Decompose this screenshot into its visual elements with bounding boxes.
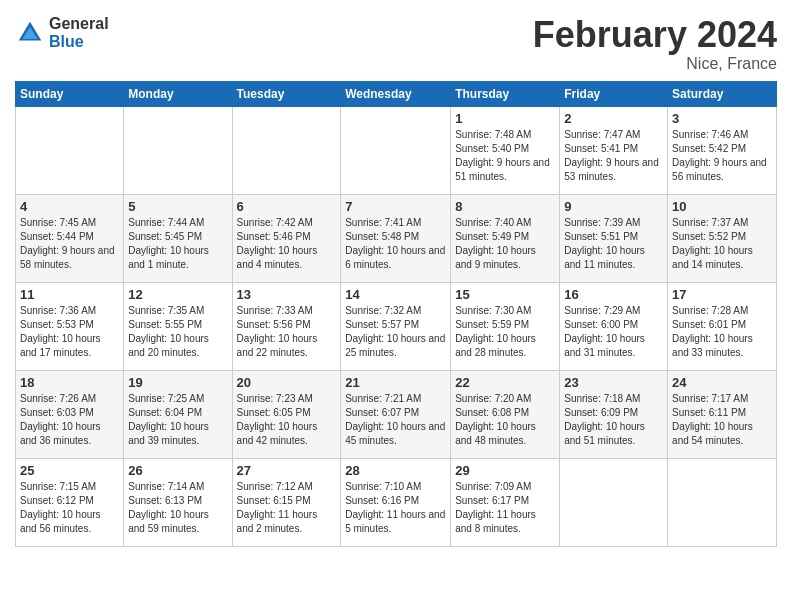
calendar-cell: 29Sunrise: 7:09 AM Sunset: 6:17 PM Dayli… <box>451 458 560 546</box>
calendar-cell: 15Sunrise: 7:30 AM Sunset: 5:59 PM Dayli… <box>451 282 560 370</box>
calendar-cell: 25Sunrise: 7:15 AM Sunset: 6:12 PM Dayli… <box>16 458 124 546</box>
day-info: Sunrise: 7:30 AM Sunset: 5:59 PM Dayligh… <box>455 304 555 360</box>
calendar-cell: 6Sunrise: 7:42 AM Sunset: 5:46 PM Daylig… <box>232 194 341 282</box>
day-number: 8 <box>455 199 555 214</box>
day-info: Sunrise: 7:17 AM Sunset: 6:11 PM Dayligh… <box>672 392 772 448</box>
calendar-cell <box>16 106 124 194</box>
day-number: 10 <box>672 199 772 214</box>
calendar-cell <box>341 106 451 194</box>
day-info: Sunrise: 7:35 AM Sunset: 5:55 PM Dayligh… <box>128 304 227 360</box>
day-info: Sunrise: 7:21 AM Sunset: 6:07 PM Dayligh… <box>345 392 446 448</box>
calendar-header-friday: Friday <box>560 81 668 106</box>
calendar-week-row: 4Sunrise: 7:45 AM Sunset: 5:44 PM Daylig… <box>16 194 777 282</box>
calendar-header-tuesday: Tuesday <box>232 81 341 106</box>
logo-blue-text: Blue <box>49 33 109 51</box>
title-area: February 2024 Nice, France <box>533 15 777 73</box>
day-number: 20 <box>237 375 337 390</box>
header: General Blue February 2024 Nice, France <box>15 15 777 73</box>
day-number: 17 <box>672 287 772 302</box>
calendar-cell: 28Sunrise: 7:10 AM Sunset: 6:16 PM Dayli… <box>341 458 451 546</box>
day-info: Sunrise: 7:41 AM Sunset: 5:48 PM Dayligh… <box>345 216 446 272</box>
calendar-cell: 9Sunrise: 7:39 AM Sunset: 5:51 PM Daylig… <box>560 194 668 282</box>
day-number: 23 <box>564 375 663 390</box>
day-info: Sunrise: 7:14 AM Sunset: 6:13 PM Dayligh… <box>128 480 227 536</box>
page: General Blue February 2024 Nice, France … <box>0 0 792 612</box>
calendar-table: SundayMondayTuesdayWednesdayThursdayFrid… <box>15 81 777 547</box>
day-number: 5 <box>128 199 227 214</box>
day-number: 13 <box>237 287 337 302</box>
day-info: Sunrise: 7:20 AM Sunset: 6:08 PM Dayligh… <box>455 392 555 448</box>
calendar-week-row: 1Sunrise: 7:48 AM Sunset: 5:40 PM Daylig… <box>16 106 777 194</box>
month-title: February 2024 <box>533 15 777 55</box>
day-info: Sunrise: 7:42 AM Sunset: 5:46 PM Dayligh… <box>237 216 337 272</box>
calendar-week-row: 25Sunrise: 7:15 AM Sunset: 6:12 PM Dayli… <box>16 458 777 546</box>
logo-general-text: General <box>49 15 109 33</box>
calendar-week-row: 18Sunrise: 7:26 AM Sunset: 6:03 PM Dayli… <box>16 370 777 458</box>
day-info: Sunrise: 7:45 AM Sunset: 5:44 PM Dayligh… <box>20 216 119 272</box>
day-info: Sunrise: 7:26 AM Sunset: 6:03 PM Dayligh… <box>20 392 119 448</box>
calendar-header-sunday: Sunday <box>16 81 124 106</box>
day-info: Sunrise: 7:40 AM Sunset: 5:49 PM Dayligh… <box>455 216 555 272</box>
calendar-header-thursday: Thursday <box>451 81 560 106</box>
day-number: 9 <box>564 199 663 214</box>
calendar-cell: 8Sunrise: 7:40 AM Sunset: 5:49 PM Daylig… <box>451 194 560 282</box>
calendar-cell: 23Sunrise: 7:18 AM Sunset: 6:09 PM Dayli… <box>560 370 668 458</box>
day-number: 15 <box>455 287 555 302</box>
calendar-cell: 22Sunrise: 7:20 AM Sunset: 6:08 PM Dayli… <box>451 370 560 458</box>
calendar-cell: 20Sunrise: 7:23 AM Sunset: 6:05 PM Dayli… <box>232 370 341 458</box>
calendar-cell: 4Sunrise: 7:45 AM Sunset: 5:44 PM Daylig… <box>16 194 124 282</box>
day-number: 14 <box>345 287 446 302</box>
day-number: 11 <box>20 287 119 302</box>
day-number: 26 <box>128 463 227 478</box>
calendar-cell: 3Sunrise: 7:46 AM Sunset: 5:42 PM Daylig… <box>668 106 777 194</box>
calendar-week-row: 11Sunrise: 7:36 AM Sunset: 5:53 PM Dayli… <box>16 282 777 370</box>
calendar-cell: 14Sunrise: 7:32 AM Sunset: 5:57 PM Dayli… <box>341 282 451 370</box>
day-info: Sunrise: 7:48 AM Sunset: 5:40 PM Dayligh… <box>455 128 555 184</box>
day-number: 16 <box>564 287 663 302</box>
location: Nice, France <box>533 55 777 73</box>
day-info: Sunrise: 7:39 AM Sunset: 5:51 PM Dayligh… <box>564 216 663 272</box>
day-number: 21 <box>345 375 446 390</box>
calendar-cell <box>232 106 341 194</box>
calendar-header-saturday: Saturday <box>668 81 777 106</box>
calendar-cell: 26Sunrise: 7:14 AM Sunset: 6:13 PM Dayli… <box>124 458 232 546</box>
day-info: Sunrise: 7:44 AM Sunset: 5:45 PM Dayligh… <box>128 216 227 272</box>
calendar-cell <box>124 106 232 194</box>
calendar-cell: 19Sunrise: 7:25 AM Sunset: 6:04 PM Dayli… <box>124 370 232 458</box>
day-info: Sunrise: 7:47 AM Sunset: 5:41 PM Dayligh… <box>564 128 663 184</box>
day-info: Sunrise: 7:36 AM Sunset: 5:53 PM Dayligh… <box>20 304 119 360</box>
calendar-header-row: SundayMondayTuesdayWednesdayThursdayFrid… <box>16 81 777 106</box>
day-info: Sunrise: 7:25 AM Sunset: 6:04 PM Dayligh… <box>128 392 227 448</box>
calendar-cell: 24Sunrise: 7:17 AM Sunset: 6:11 PM Dayli… <box>668 370 777 458</box>
day-number: 19 <box>128 375 227 390</box>
day-info: Sunrise: 7:46 AM Sunset: 5:42 PM Dayligh… <box>672 128 772 184</box>
day-number: 2 <box>564 111 663 126</box>
calendar-cell: 1Sunrise: 7:48 AM Sunset: 5:40 PM Daylig… <box>451 106 560 194</box>
calendar-cell: 11Sunrise: 7:36 AM Sunset: 5:53 PM Dayli… <box>16 282 124 370</box>
day-number: 22 <box>455 375 555 390</box>
calendar-header-wednesday: Wednesday <box>341 81 451 106</box>
day-info: Sunrise: 7:12 AM Sunset: 6:15 PM Dayligh… <box>237 480 337 536</box>
day-info: Sunrise: 7:28 AM Sunset: 6:01 PM Dayligh… <box>672 304 772 360</box>
day-number: 29 <box>455 463 555 478</box>
calendar-cell <box>560 458 668 546</box>
day-number: 25 <box>20 463 119 478</box>
calendar-cell: 18Sunrise: 7:26 AM Sunset: 6:03 PM Dayli… <box>16 370 124 458</box>
day-number: 24 <box>672 375 772 390</box>
calendar-header-monday: Monday <box>124 81 232 106</box>
calendar-cell: 7Sunrise: 7:41 AM Sunset: 5:48 PM Daylig… <box>341 194 451 282</box>
day-number: 6 <box>237 199 337 214</box>
calendar-cell: 12Sunrise: 7:35 AM Sunset: 5:55 PM Dayli… <box>124 282 232 370</box>
calendar-cell: 21Sunrise: 7:21 AM Sunset: 6:07 PM Dayli… <box>341 370 451 458</box>
calendar-cell: 13Sunrise: 7:33 AM Sunset: 5:56 PM Dayli… <box>232 282 341 370</box>
calendar-cell <box>668 458 777 546</box>
day-info: Sunrise: 7:29 AM Sunset: 6:00 PM Dayligh… <box>564 304 663 360</box>
logo-icon <box>15 18 45 48</box>
calendar-cell: 17Sunrise: 7:28 AM Sunset: 6:01 PM Dayli… <box>668 282 777 370</box>
day-number: 3 <box>672 111 772 126</box>
day-number: 1 <box>455 111 555 126</box>
calendar-cell: 5Sunrise: 7:44 AM Sunset: 5:45 PM Daylig… <box>124 194 232 282</box>
day-info: Sunrise: 7:10 AM Sunset: 6:16 PM Dayligh… <box>345 480 446 536</box>
day-info: Sunrise: 7:23 AM Sunset: 6:05 PM Dayligh… <box>237 392 337 448</box>
logo-text: General Blue <box>49 15 109 50</box>
